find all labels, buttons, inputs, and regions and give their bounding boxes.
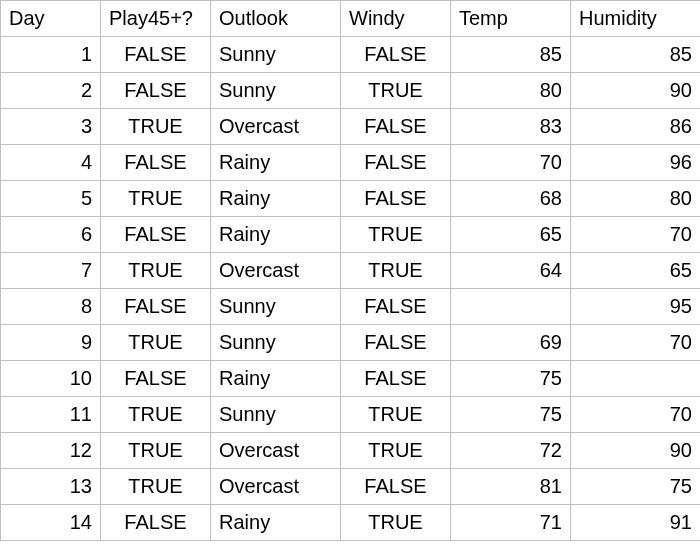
table-row: 6FALSERainyTRUE6570: [1, 217, 701, 253]
cell-humidity: 70: [571, 397, 701, 433]
cell-day: 7: [1, 253, 101, 289]
table-row: 3TRUEOvercastFALSE8386: [1, 109, 701, 145]
cell-play: FALSE: [101, 361, 211, 397]
cell-humidity: 85: [571, 37, 701, 73]
table-row: 11TRUESunnyTRUE7570: [1, 397, 701, 433]
cell-windy: FALSE: [341, 145, 451, 181]
table-row: 8FALSESunnyFALSE95: [1, 289, 701, 325]
col-header-windy: Windy: [341, 1, 451, 37]
cell-outlook: Rainy: [211, 361, 341, 397]
cell-day: 11: [1, 397, 101, 433]
cell-outlook: Overcast: [211, 109, 341, 145]
cell-outlook: Sunny: [211, 325, 341, 361]
cell-outlook: Sunny: [211, 289, 341, 325]
table-row: 7TRUEOvercastTRUE6465: [1, 253, 701, 289]
cell-play: TRUE: [101, 433, 211, 469]
table-row: 13TRUEOvercastFALSE8175: [1, 469, 701, 505]
cell-windy: TRUE: [341, 397, 451, 433]
cell-windy: FALSE: [341, 325, 451, 361]
cell-play: TRUE: [101, 109, 211, 145]
cell-humidity: 96: [571, 145, 701, 181]
cell-play: FALSE: [101, 505, 211, 541]
cell-humidity: 70: [571, 325, 701, 361]
cell-temp: 70: [451, 145, 571, 181]
cell-windy: TRUE: [341, 73, 451, 109]
cell-play: FALSE: [101, 37, 211, 73]
cell-play: FALSE: [101, 73, 211, 109]
cell-humidity: 90: [571, 433, 701, 469]
cell-outlook: Overcast: [211, 253, 341, 289]
table-row: 2FALSESunnyTRUE8090: [1, 73, 701, 109]
table-row: 12TRUEOvercastTRUE7290: [1, 433, 701, 469]
cell-windy: FALSE: [341, 109, 451, 145]
cell-humidity: 80: [571, 181, 701, 217]
cell-outlook: Sunny: [211, 37, 341, 73]
cell-temp: 68: [451, 181, 571, 217]
cell-outlook: Rainy: [211, 217, 341, 253]
cell-temp: 75: [451, 397, 571, 433]
cell-humidity: [571, 361, 701, 397]
cell-play: FALSE: [101, 217, 211, 253]
cell-day: 12: [1, 433, 101, 469]
cell-windy: TRUE: [341, 505, 451, 541]
cell-temp: 75: [451, 361, 571, 397]
cell-humidity: 90: [571, 73, 701, 109]
cell-day: 1: [1, 37, 101, 73]
table-row: 5TRUERainyFALSE6880: [1, 181, 701, 217]
cell-play: FALSE: [101, 289, 211, 325]
cell-outlook: Sunny: [211, 397, 341, 433]
cell-outlook: Rainy: [211, 145, 341, 181]
cell-temp: 81: [451, 469, 571, 505]
cell-humidity: 75: [571, 469, 701, 505]
cell-temp: 72: [451, 433, 571, 469]
cell-windy: FALSE: [341, 361, 451, 397]
cell-windy: TRUE: [341, 253, 451, 289]
cell-outlook: Overcast: [211, 433, 341, 469]
cell-temp: 69: [451, 325, 571, 361]
cell-outlook: Overcast: [211, 469, 341, 505]
cell-temp: 83: [451, 109, 571, 145]
cell-temp: 64: [451, 253, 571, 289]
cell-humidity: 95: [571, 289, 701, 325]
cell-day: 10: [1, 361, 101, 397]
table-header-row: Day Play45+? Outlook Windy Temp Humidity: [1, 1, 701, 37]
cell-windy: TRUE: [341, 217, 451, 253]
col-header-outlook: Outlook: [211, 1, 341, 37]
cell-windy: FALSE: [341, 181, 451, 217]
cell-humidity: 70: [571, 217, 701, 253]
cell-temp: 80: [451, 73, 571, 109]
cell-day: 3: [1, 109, 101, 145]
cell-temp: 71: [451, 505, 571, 541]
cell-day: 14: [1, 505, 101, 541]
cell-outlook: Rainy: [211, 505, 341, 541]
cell-day: 13: [1, 469, 101, 505]
cell-day: 4: [1, 145, 101, 181]
col-header-day: Day: [1, 1, 101, 37]
cell-humidity: 65: [571, 253, 701, 289]
cell-humidity: 91: [571, 505, 701, 541]
cell-play: TRUE: [101, 325, 211, 361]
cell-temp: 65: [451, 217, 571, 253]
cell-temp: 85: [451, 37, 571, 73]
cell-day: 9: [1, 325, 101, 361]
table-body: 1FALSESunnyFALSE85852FALSESunnyTRUE80903…: [1, 37, 701, 541]
cell-windy: TRUE: [341, 433, 451, 469]
cell-temp: [451, 289, 571, 325]
col-header-temp: Temp: [451, 1, 571, 37]
cell-play: TRUE: [101, 181, 211, 217]
table-row: 9TRUESunnyFALSE6970: [1, 325, 701, 361]
cell-outlook: Rainy: [211, 181, 341, 217]
table-row: 14FALSERainyTRUE7191: [1, 505, 701, 541]
col-header-play: Play45+?: [101, 1, 211, 37]
cell-play: TRUE: [101, 253, 211, 289]
cell-play: TRUE: [101, 469, 211, 505]
table-row: 4FALSERainyFALSE7096: [1, 145, 701, 181]
col-header-humidity: Humidity: [571, 1, 701, 37]
cell-day: 5: [1, 181, 101, 217]
cell-play: FALSE: [101, 145, 211, 181]
table-row: 1FALSESunnyFALSE8585: [1, 37, 701, 73]
table-row: 10FALSERainyFALSE75: [1, 361, 701, 397]
cell-play: TRUE: [101, 397, 211, 433]
cell-humidity: 86: [571, 109, 701, 145]
cell-outlook: Sunny: [211, 73, 341, 109]
